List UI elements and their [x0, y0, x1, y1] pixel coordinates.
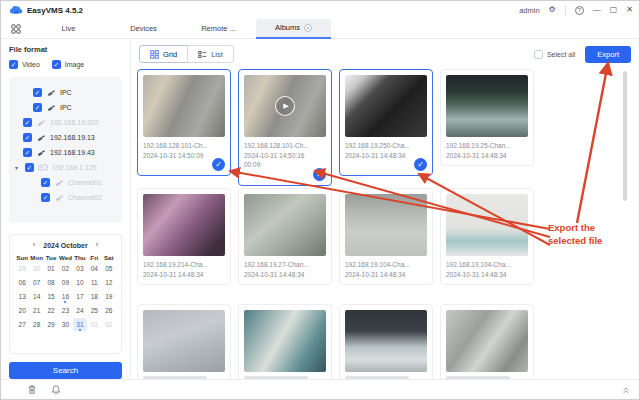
calendar-next-icon[interactable]: ›	[96, 241, 99, 249]
album-card[interactable]: 192.168.19.27-Chan... 2024-10-31 14:48:3…	[238, 188, 332, 285]
calendar-day[interactable]: 03	[73, 262, 87, 275]
export-button[interactable]: Export	[585, 46, 631, 63]
album-card[interactable]: 192.168.19.25-Chan... 2024-10-31 14:48:3…	[440, 69, 534, 166]
checkbox-checked-icon[interactable]: ✓	[52, 60, 61, 69]
select-all-control[interactable]: Select all	[534, 50, 575, 59]
checkbox-checked-icon[interactable]: ✓	[25, 163, 34, 172]
checkbox-checked-icon[interactable]: ✓	[23, 148, 32, 157]
vertical-scrollbar[interactable]	[623, 71, 627, 201]
checkbox-checked-icon[interactable]: ✓	[41, 178, 50, 187]
tree-item-device[interactable]: ✓ 192.168.19.43	[9, 145, 122, 160]
calendar-day[interactable]: 22	[44, 304, 58, 317]
calendar-day-selected[interactable]: 31	[73, 318, 87, 331]
calendar-day[interactable]: 10	[73, 276, 87, 289]
calendar-day[interactable]: 07	[29, 276, 43, 289]
image-filter-option[interactable]: ✓ Image	[52, 60, 84, 69]
album-card[interactable]	[238, 304, 332, 381]
thumbnail	[244, 310, 326, 372]
close-button[interactable]: ✕	[626, 6, 633, 14]
album-card[interactable]	[339, 304, 433, 381]
calendar-day[interactable]: 16	[58, 290, 72, 303]
calendar-day[interactable]: 19	[102, 290, 116, 303]
checkbox-checked-icon[interactable]: ✓	[33, 103, 42, 112]
calendar-day[interactable]: 15	[44, 290, 58, 303]
calendar-day[interactable]: 17	[73, 290, 87, 303]
calendar-day[interactable]: 25	[87, 304, 101, 317]
grid-view-button[interactable]: Grid	[139, 45, 188, 63]
play-icon[interactable]: ▶	[275, 96, 295, 116]
tree-item-ipc[interactable]: ✓ IPC	[9, 85, 122, 100]
checkbox-checked-icon[interactable]: ✓	[23, 133, 32, 142]
checkbox-checked-icon[interactable]: ✓	[33, 88, 42, 97]
selected-check-icon[interactable]: ✓	[212, 158, 225, 171]
collapse-up-icon[interactable]	[621, 385, 631, 395]
checkbox-checked-icon[interactable]: ✓	[23, 118, 32, 127]
calendar-day[interactable]: 02	[102, 318, 116, 331]
calendar-day[interactable]: 29	[15, 262, 29, 275]
calendar-day[interactable]: 21	[29, 304, 43, 317]
calendar-day[interactable]: 14	[29, 290, 43, 303]
album-card[interactable]: ▶ 192.168.128.101-Ch... 2024-10-31 14:50…	[238, 69, 332, 186]
selected-check-icon[interactable]: ✓	[414, 158, 427, 171]
album-card[interactable]: 192.168.19.250-Cha... 2024-10-31 14:48:3…	[339, 69, 433, 176]
album-card[interactable]: 192.168.19.104-Cha... 2024-10-31 14:48:3…	[440, 188, 534, 285]
list-view-button[interactable]: List	[187, 45, 234, 63]
tab-remote[interactable]: Remote ...	[181, 19, 256, 39]
album-card[interactable]: 192.168.19.214-Cha... 2024-10-31 14:48:3…	[137, 188, 231, 285]
tree-item-nvr[interactable]: ▾ ✓ 192.168.1.125	[9, 160, 122, 175]
calendar-day[interactable]: 26	[102, 304, 116, 317]
tab-live[interactable]: Live	[31, 19, 106, 39]
calendar-day[interactable]: 01	[87, 318, 101, 331]
tree-item-device[interactable]: ✓ 192.168.19.13	[9, 130, 122, 145]
album-card[interactable]: 192.168.128.101-Ch... 2024-10-31 14:50:0…	[137, 69, 231, 176]
calendar-prev-icon[interactable]: ‹	[33, 241, 36, 249]
bell-icon[interactable]	[51, 384, 61, 395]
checkbox-checked-icon[interactable]: ✓	[9, 60, 18, 69]
tree-item-channel[interactable]: ✓ Channel01	[9, 175, 122, 190]
calendar-day[interactable]: 02	[58, 262, 72, 275]
calendar-day[interactable]: 24	[73, 304, 87, 317]
tree-item-channel[interactable]: ✓ Channel02	[9, 190, 122, 205]
calendar-day[interactable]: 28	[29, 318, 43, 331]
search-button[interactable]: Search	[9, 362, 122, 379]
trash-icon[interactable]	[27, 384, 37, 395]
calendar-day[interactable]: 18	[87, 290, 101, 303]
calendar-day[interactable]: 29	[44, 318, 58, 331]
calendar-day[interactable]: 20	[15, 304, 29, 317]
album-card[interactable]	[440, 304, 534, 381]
calendar-day[interactable]: 08	[44, 276, 58, 289]
calendar-day[interactable]: 09	[58, 276, 72, 289]
tab-devices[interactable]: Devices	[106, 19, 181, 39]
calendar-day[interactable]: 12	[102, 276, 116, 289]
tree-item-device[interactable]: ✓ 192.168.19.202	[9, 115, 122, 130]
calendar-day[interactable]: 11	[87, 276, 101, 289]
expand-caret-icon[interactable]: ▾	[15, 164, 21, 171]
minimize-button[interactable]: —	[593, 6, 601, 14]
select-all-checkbox[interactable]	[534, 50, 543, 59]
apps-grid-icon[interactable]	[11, 24, 21, 34]
calendar-day[interactable]: 05	[102, 262, 116, 275]
maximize-button[interactable]: ▢	[610, 6, 618, 14]
calendar-day[interactable]: 30	[58, 318, 72, 331]
video-filter-option[interactable]: ✓ Video	[9, 60, 40, 69]
tree-item-label: 192.168.1.125	[52, 164, 97, 171]
video-filter-label: Video	[22, 61, 40, 68]
calendar-day[interactable]: 06	[15, 276, 29, 289]
tab-albums[interactable]: Albums ✕	[256, 19, 331, 39]
album-card[interactable]	[137, 304, 231, 381]
calendar-day[interactable]: 27	[15, 318, 29, 331]
calendar-day[interactable]: 01	[44, 262, 58, 275]
selected-check-icon[interactable]: ✓	[313, 168, 326, 181]
thumbnail	[244, 194, 326, 256]
help-icon[interactable]: ?	[575, 6, 584, 15]
checkbox-checked-icon[interactable]: ✓	[41, 193, 50, 202]
file-name: 192.168.128.101-Ch...	[244, 141, 326, 151]
settings-gear-icon[interactable]: ⚙	[549, 6, 556, 14]
tree-item-ipc[interactable]: ✓ IPC	[9, 100, 122, 115]
tab-close-icon[interactable]: ✕	[304, 24, 312, 32]
album-card[interactable]: 192.168.19.104-Cha... 2024-10-31 14:48:3…	[339, 188, 433, 285]
calendar-day[interactable]: 04	[87, 262, 101, 275]
calendar-day[interactable]: 13	[15, 290, 29, 303]
calendar-day[interactable]: 30	[29, 262, 43, 275]
calendar-day[interactable]: 23	[58, 304, 72, 317]
